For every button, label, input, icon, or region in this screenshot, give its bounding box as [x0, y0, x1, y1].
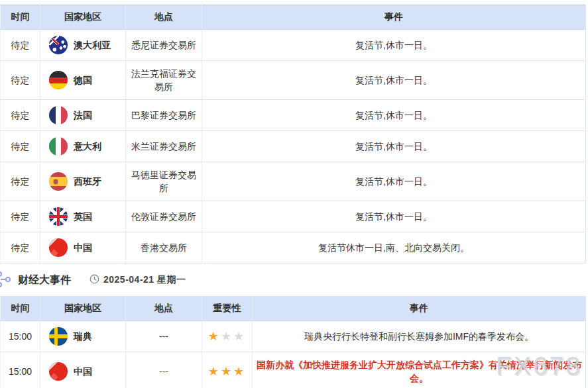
- event-cell: 国新办就《加快推进服务业扩大开放综合试点工作方案》有关情况举行新闻发布会。: [253, 352, 586, 388]
- event-cell: 复活节,休市一日。: [202, 162, 586, 201]
- holiday-table-body: 待定 澳大利亚 悉尼证券交易所 复活节,休市一日。 待定 德国 法兰克福证券交易…: [1, 30, 586, 264]
- time-cell: 待定: [1, 131, 40, 162]
- uk-flag: [49, 207, 68, 226]
- country-label: 中国: [74, 365, 92, 378]
- time-cell: 待定: [1, 201, 40, 232]
- country-label: 瑞典: [74, 330, 92, 343]
- location-cell: 悉尼证券交易所: [126, 30, 202, 61]
- star-icon: ★: [208, 365, 221, 378]
- header-importance: 重要性: [202, 297, 253, 321]
- country-cell: 澳大利亚: [40, 30, 126, 61]
- sweden-flag: [49, 327, 68, 346]
- star-icon: ★: [208, 330, 221, 343]
- event-cell: 复活节,休市一日。: [202, 30, 586, 61]
- holiday-row: 待定 西班牙 马德里证券交易所 复活节,休市一日。: [1, 162, 586, 201]
- star-rating: ★★★: [208, 365, 246, 378]
- network-icon: [0, 271, 13, 290]
- china-flag: [49, 238, 68, 257]
- country-cell: 德国: [40, 61, 126, 100]
- country-label: 西班牙: [74, 175, 101, 188]
- clock-icon: [89, 274, 99, 286]
- holiday-table-header: 时间 国家地区 地点 事件: [1, 5, 586, 30]
- header-country: 国家地区: [40, 297, 126, 321]
- spain-flag: [49, 172, 68, 191]
- time-cell: 待定: [1, 30, 40, 61]
- event-cell: 瑞典央行行长特登和副行长塞姆参加IMF的春季发布会。: [253, 321, 586, 352]
- country-label: 英国: [74, 210, 92, 223]
- star-icon: ★: [233, 330, 246, 343]
- holiday-row: 待定 法国 巴黎证券交易所 复活节,休市一日。: [1, 100, 586, 131]
- location-cell: 巴黎证券交易所: [126, 100, 202, 131]
- header-event: 事件: [253, 297, 586, 321]
- star-icon: ★: [221, 365, 233, 378]
- event-cell: 复活节休市一日,南、北向交易关闭。: [202, 232, 586, 264]
- event-cell: 复活节,休市一日。: [202, 201, 586, 232]
- header-location: 地点: [126, 297, 202, 321]
- star-icon: ★: [221, 330, 233, 343]
- section-date: 2025-04-21 星期一: [103, 274, 186, 286]
- location-cell: 伦敦证券交易所: [126, 201, 202, 232]
- event-cell: 复活节,休市一日。: [202, 131, 586, 162]
- country-cell: 西班牙: [40, 162, 126, 201]
- section-header: 财经大事件 2025-04-21 星期一: [0, 269, 588, 291]
- location-cell: ---: [126, 352, 202, 388]
- country-cell: 瑞典: [40, 321, 126, 352]
- country-cell: 中国: [40, 232, 126, 264]
- country-cell: 英国: [40, 201, 126, 232]
- star-rating: ★★★: [208, 330, 246, 343]
- location-cell: ---: [126, 321, 202, 352]
- holiday-row: 待定 德国 法兰克福证券交易所 复活节,休市一日。: [1, 61, 586, 100]
- header-time: 时间: [1, 5, 40, 30]
- country-label: 澳大利亚: [74, 38, 111, 52]
- time-cell: 15:00: [1, 352, 40, 388]
- holiday-row: 待定 澳大利亚 悉尼证券交易所 复活节,休市一日。: [1, 30, 586, 61]
- event-row: 15:00 瑞典 --- ★★★ 瑞典央行行长特登和副行长塞姆参加IMF的春季发…: [1, 321, 586, 352]
- country-label: 中国: [74, 241, 92, 254]
- germany-flag: [49, 71, 68, 89]
- country-label: 法国: [74, 109, 92, 122]
- time-cell: 待定: [1, 232, 40, 264]
- country-cell: 中国: [40, 352, 126, 388]
- header-time: 时间: [1, 297, 40, 321]
- country-label: 意大利: [74, 140, 101, 153]
- time-cell: 待定: [1, 100, 40, 131]
- importance-cell: ★★★: [202, 352, 253, 388]
- section-title: 财经大事件: [18, 273, 71, 287]
- header-location: 地点: [126, 5, 202, 30]
- country-label: 德国: [74, 73, 92, 87]
- date-group: 2025-04-21 星期一: [89, 274, 186, 286]
- events-table: 时间 国家地区 地点 重要性 事件 15:00 瑞典 --- ★★★ 瑞典央行行…: [0, 296, 586, 388]
- time-cell: 15:00: [1, 321, 40, 352]
- china-flag: [49, 362, 68, 381]
- event-row: 15:00 中国 --- ★★★ 国新办就《加快推进服务业扩大开放综合试点工作方…: [1, 352, 586, 388]
- time-cell: 待定: [1, 162, 40, 201]
- country-cell: 法国: [40, 100, 126, 131]
- country-cell: 意大利: [40, 131, 126, 162]
- time-cell: 待定: [1, 61, 40, 100]
- location-cell: 法兰克福证券交易所: [126, 61, 202, 100]
- holiday-row: 待定 意大利 米兰证券交易所 复活节,休市一日。: [1, 131, 586, 162]
- holiday-row: 待定 中国 香港交易所 复活节休市一日,南、北向交易关闭。: [1, 232, 586, 264]
- holiday-table: 时间 国家地区 地点 事件 待定 澳大利亚 悉尼证券交易所 复活节,休市一日。 …: [0, 5, 586, 264]
- location-cell: 米兰证券交易所: [126, 131, 202, 162]
- location-cell: 香港交易所: [126, 232, 202, 264]
- star-icon: ★: [233, 365, 246, 378]
- events-table-header: 时间 国家地区 地点 重要性 事件: [1, 297, 586, 321]
- australia-flag: [49, 36, 68, 54]
- location-cell: 马德里证券交易所: [126, 162, 202, 201]
- italy-flag: [49, 137, 68, 156]
- event-cell: 复活节,休市一日。: [202, 100, 586, 131]
- france-flag: [49, 106, 68, 124]
- holiday-row: 待定 英国 伦敦证券交易所 复活节,休市一日。: [1, 201, 586, 232]
- header-country: 国家地区: [40, 5, 126, 30]
- header-event: 事件: [202, 5, 586, 30]
- importance-cell: ★★★: [202, 321, 253, 352]
- events-table-body: 15:00 瑞典 --- ★★★ 瑞典央行行长特登和副行长塞姆参加IMF的春季发…: [1, 321, 586, 388]
- event-cell: 复活节,休市一日。: [202, 61, 586, 100]
